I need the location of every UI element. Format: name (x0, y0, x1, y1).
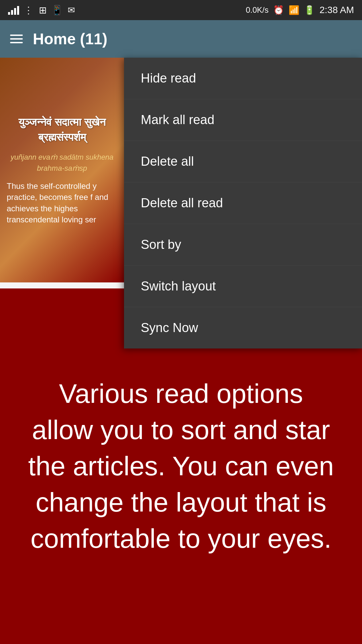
dropdown-item-hide-read[interactable]: Hide read (124, 58, 362, 99)
article-image: युञ्जन्नेवं सदात्मा सुखेन ब्रह्मसंस्पर्श… (0, 58, 124, 282)
dropdown-item-delete-all[interactable]: Delete all (124, 141, 362, 182)
status-time: 2:38 AM (319, 5, 354, 15)
translation-text: Thus the self-controlled y practice, bec… (7, 180, 117, 225)
signal-icon (8, 5, 19, 15)
data-speed: 0.0K/s (246, 5, 268, 15)
promo-text: Various read options allow you to sort a… (27, 376, 335, 557)
dropdown-menu: Hide read Mark all read Delete all Delet… (124, 58, 362, 348)
dropdown-item-sync-now[interactable]: Sync Now (124, 307, 362, 348)
transliteration-text: yuñjann evaṁ sadātm sukhena brahma-saṁsp (7, 152, 117, 174)
wifi-icon: 📶 (289, 5, 299, 15)
battery-icon: 🔋 (304, 5, 315, 15)
app-grid-icon: ⊞ (39, 5, 47, 16)
gmail-icon: ✉ (68, 5, 75, 15)
article-image-placeholder: युञ्जन्नेवं सदात्मा सुखेन ब्रह्मसंस्पर्श… (0, 58, 124, 282)
dropdown-item-switch-layout[interactable]: Switch layout (124, 266, 362, 307)
dropdown-item-delete-all-read[interactable]: Delete all read (124, 182, 362, 224)
status-right-icons: 0.0K/s ⏰ 📶 🔋 2:38 AM (246, 5, 354, 15)
whatsapp-icon: 📱 (51, 5, 63, 16)
alarm-icon: ⏰ (273, 5, 284, 15)
dropdown-item-sort-by[interactable]: Sort by (124, 224, 362, 266)
toolbar: Home (11) (0, 20, 362, 58)
content-area: युञ्जन्नेवं सदात्मा सुखेन ब्रह्मसंस्पर्श… (0, 58, 362, 282)
sanskrit-text: युञ्जन्नेवं सदात्मा सुखेन ब्रह्मसंस्पर्श… (7, 115, 117, 145)
dropdown-item-mark-all-read[interactable]: Mark all read (124, 99, 362, 141)
toolbar-title: Home (11) (33, 30, 107, 48)
menu-dots-icon: ⋮ (24, 5, 34, 16)
hamburger-menu-button[interactable] (10, 35, 23, 43)
status-bar: ⋮ ⊞ 📱 ✉ 0.0K/s ⏰ 📶 🔋 2:38 AM (0, 0, 362, 20)
status-left-icons: ⋮ ⊞ 📱 ✉ (8, 5, 75, 16)
